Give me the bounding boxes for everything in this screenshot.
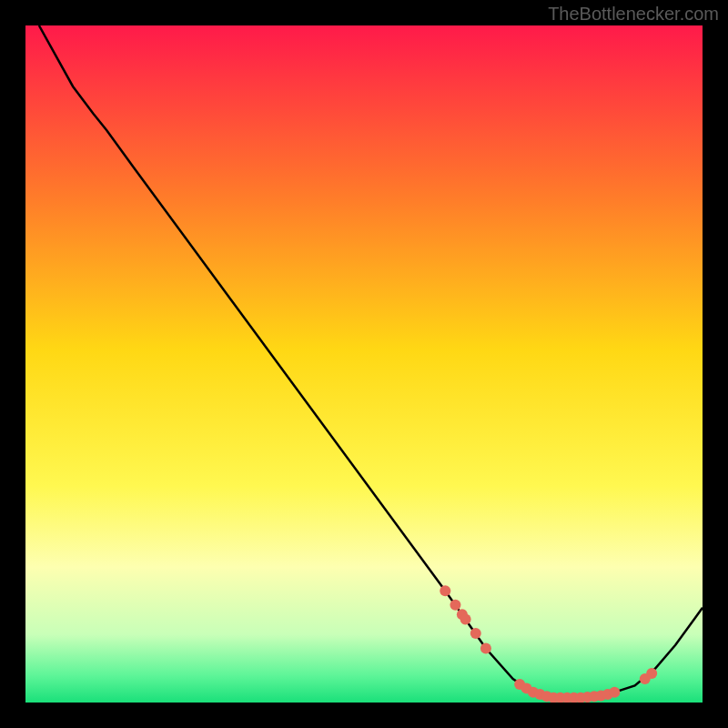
- chart-marker: [460, 613, 471, 624]
- chart-marker: [450, 600, 460, 611]
- chart-marker: [440, 585, 450, 596]
- watermark-text: TheBottlenecker.com: [548, 4, 719, 25]
- bottleneck-chart: [25, 25, 703, 703]
- chart-marker: [470, 628, 481, 639]
- chart-marker: [480, 642, 491, 653]
- chart-marker: [646, 668, 657, 679]
- chart-marker: [609, 687, 620, 698]
- chart-background: [25, 25, 703, 703]
